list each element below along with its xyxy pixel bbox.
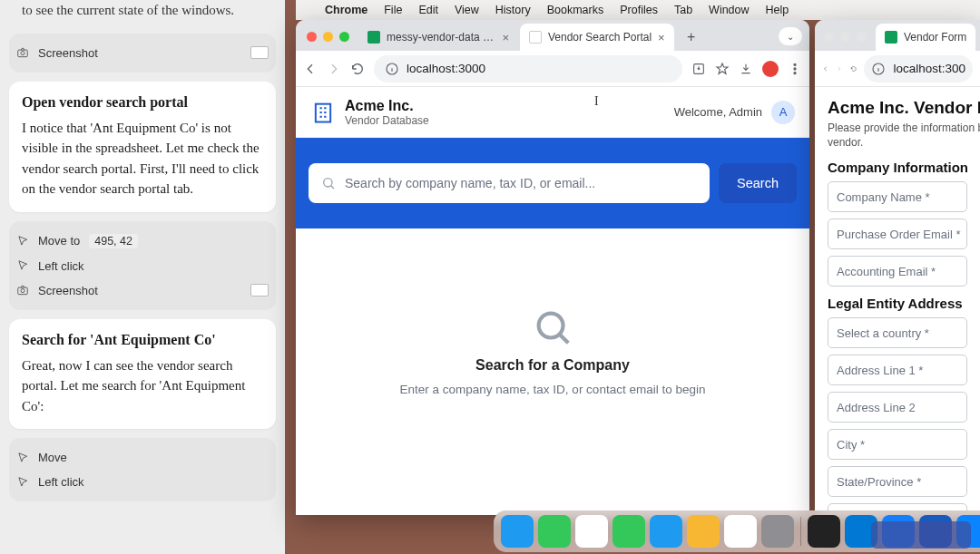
- text-cursor-icon: I: [594, 94, 599, 109]
- address1-field[interactable]: Address Line 1 *: [828, 355, 967, 385]
- dock-finder[interactable]: [501, 515, 534, 548]
- tab-vendor-portal[interactable]: Vendor Search Portal ×: [520, 24, 674, 51]
- new-tab-button[interactable]: +: [680, 25, 703, 49]
- city-field[interactable]: City *: [828, 429, 967, 460]
- window-controls-2[interactable]: [820, 32, 874, 51]
- dock-reminders[interactable]: [724, 515, 757, 548]
- step-card-open-portal: Open vendor search portal I notice that …: [9, 82, 276, 212]
- company-name-field[interactable]: Company Name *: [828, 181, 967, 212]
- mac-menubar[interactable]: Chrome File Edit View History Bookmarks …: [296, 0, 980, 20]
- menu-help[interactable]: Help: [766, 4, 789, 16]
- click-icon: [16, 259, 29, 272]
- page-subtitle: Vendor Database: [345, 114, 429, 127]
- window-controls[interactable]: [303, 32, 357, 51]
- dock-messages[interactable]: [538, 515, 571, 548]
- menu-window[interactable]: Window: [709, 4, 749, 16]
- menu-tab[interactable]: Tab: [674, 4, 692, 16]
- dock-separator: [800, 517, 801, 546]
- svg-point-10: [324, 179, 332, 187]
- empty-title: Search for a Company: [475, 357, 630, 374]
- prev-card-fragment: to see the current state of the windows.: [9, 0, 276, 24]
- cursor-icon: [16, 452, 29, 464]
- back-icon[interactable]: [822, 62, 828, 76]
- bookmark-icon[interactable]: [715, 62, 730, 76]
- menu-file[interactable]: File: [384, 4, 402, 16]
- step-card-search: Search for 'Ant Equipment Co' Great, now…: [9, 319, 276, 430]
- download-icon[interactable]: [739, 62, 753, 76]
- action-block-1: Move to 495, 42 Left click Screenshot: [9, 221, 276, 310]
- tab-label: Vendor Search Portal: [548, 31, 652, 44]
- install-icon[interactable]: [691, 62, 706, 76]
- welcome-text: Welcome, Admin: [674, 105, 762, 119]
- dock-terminal[interactable]: [808, 515, 840, 548]
- menu-history[interactable]: History: [495, 4, 531, 16]
- tab-label: messy-vendor-data - Google: [387, 31, 495, 44]
- url-text: localhost:3000: [407, 62, 485, 75]
- back-icon[interactable]: [303, 62, 318, 76]
- close-icon[interactable]: [307, 32, 317, 42]
- tab-strip-2: Vendor Form: [815, 20, 980, 51]
- minimize-icon[interactable]: [840, 32, 850, 42]
- reload-icon[interactable]: [850, 62, 857, 76]
- menu-bookmarks[interactable]: Bookmarks: [547, 4, 604, 16]
- page-icon: [885, 31, 897, 44]
- svg-point-1: [21, 52, 24, 55]
- dock-notes[interactable]: [687, 515, 720, 548]
- avatar[interactable]: A: [771, 101, 795, 124]
- move-action-2: Move: [13, 445, 272, 470]
- menubar-app[interactable]: Chrome: [325, 4, 368, 16]
- more-icon[interactable]: [788, 62, 802, 76]
- menu-edit[interactable]: Edit: [418, 4, 438, 16]
- reload-icon[interactable]: [350, 62, 365, 76]
- dock-chrome[interactable]: [575, 515, 608, 548]
- page-title: Acme Inc.: [345, 98, 429, 114]
- site-info-icon[interactable]: [385, 62, 399, 76]
- move-label-2: Move: [38, 451, 67, 464]
- dock-facetime[interactable]: [612, 515, 645, 548]
- accounting-email-field[interactable]: Accounting Email *: [828, 256, 967, 287]
- camera-icon: [16, 284, 29, 296]
- forward-icon[interactable]: [327, 62, 341, 76]
- browser-toolbar-2: localhost:300: [815, 51, 980, 87]
- step-title: Open vendor search portal: [22, 94, 263, 111]
- close-tab-icon[interactable]: ×: [502, 31, 509, 44]
- step-title-2: Search for 'Ant Equipment Co': [22, 332, 263, 348]
- address2-field[interactable]: Address Line 2: [828, 392, 967, 423]
- tab-strip: messy-vendor-data - Google × Vendor Sear…: [296, 20, 809, 51]
- menu-profiles[interactable]: Profiles: [620, 4, 658, 16]
- agent-sidebar: to see the current state of the windows.…: [0, 0, 285, 554]
- state-field[interactable]: State/Province *: [828, 466, 967, 497]
- search-hero: Search by company name, tax ID, or email…: [296, 138, 809, 228]
- search-icon: [321, 176, 336, 190]
- tab-vendor-form[interactable]: Vendor Form: [876, 24, 975, 51]
- move-label: Move to: [38, 234, 80, 248]
- form-hint: Please provide the information be: [828, 121, 967, 134]
- svg-point-8: [794, 72, 796, 73]
- action-block-0: Screenshot: [9, 34, 276, 73]
- zoom-icon[interactable]: [857, 32, 867, 42]
- site-info-icon[interactable]: [871, 62, 886, 76]
- search-input[interactable]: Search by company name, tax ID, or email…: [309, 163, 710, 203]
- search-large-icon: [532, 306, 573, 348]
- tab-overflow-button[interactable]: ⌄: [779, 27, 802, 45]
- tab-spreadsheet[interactable]: messy-vendor-data - Google ×: [358, 24, 518, 51]
- empty-state: Search for a Company Enter a company nam…: [296, 228, 809, 473]
- po-email-field[interactable]: Purchase Order Email *: [828, 219, 967, 249]
- screenshot-thumb-2: [250, 284, 269, 296]
- close-tab-icon[interactable]: ×: [658, 31, 665, 44]
- minimize-icon[interactable]: [323, 32, 333, 42]
- address-bar-2[interactable]: localhost:300: [864, 55, 973, 83]
- address-bar[interactable]: localhost:3000: [374, 55, 682, 83]
- forward-icon[interactable]: [836, 62, 842, 76]
- country-select[interactable]: Select a country *: [828, 317, 967, 348]
- zoom-icon[interactable]: [339, 32, 349, 42]
- profile-icon[interactable]: [762, 61, 779, 77]
- move-coords: 495, 42: [89, 234, 138, 248]
- search-button[interactable]: Search: [719, 163, 797, 203]
- close-icon[interactable]: [824, 32, 834, 42]
- dock-settings[interactable]: [761, 515, 794, 548]
- menu-view[interactable]: View: [455, 4, 479, 16]
- search-placeholder: Search by company name, tax ID, or email…: [345, 176, 595, 190]
- dock-mail[interactable]: [650, 515, 682, 548]
- vendor-form-page: Acme Inc. Vendor R Please provide the in…: [815, 87, 980, 515]
